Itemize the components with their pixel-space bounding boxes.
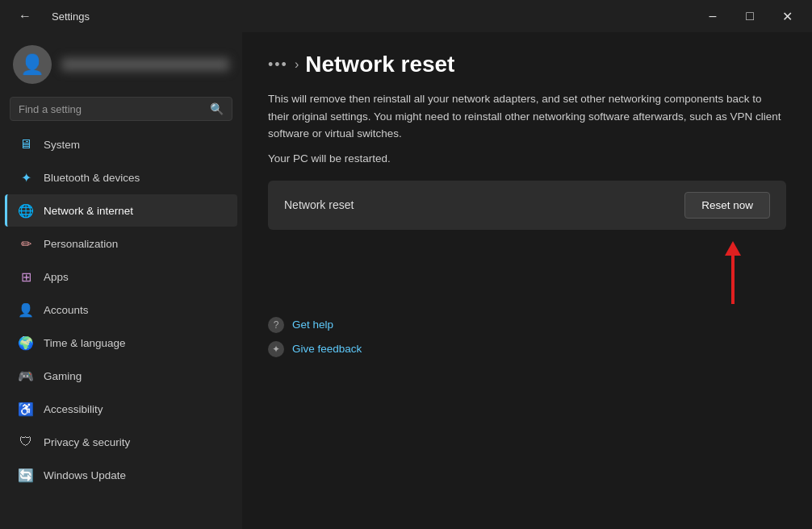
accounts-icon: 👤 bbox=[18, 302, 34, 318]
sidebar-item-label: Accounts bbox=[44, 304, 89, 316]
sidebar-item-label: Windows Update bbox=[44, 469, 126, 481]
reset-card: Network reset Reset now bbox=[268, 181, 786, 230]
minimize-button[interactable]: – bbox=[694, 0, 731, 32]
sidebar-item-time[interactable]: 🌍 Time & language bbox=[5, 327, 237, 359]
system-icon: 🖥 bbox=[18, 136, 34, 152]
privacy-icon: 🛡 bbox=[18, 434, 34, 450]
profile-name bbox=[61, 58, 229, 71]
description-text: This will remove then reinstall all your… bbox=[268, 90, 785, 143]
sidebar-item-label: Apps bbox=[44, 271, 69, 283]
red-arrow bbox=[725, 241, 741, 304]
sidebar-item-network[interactable]: 🌐 Network & internet bbox=[5, 194, 237, 227]
personalization-icon: ✏ bbox=[18, 235, 34, 252]
apps-icon: ⊞ bbox=[18, 269, 34, 285]
give-feedback-label: Give feedback bbox=[292, 343, 362, 355]
give-feedback-icon: ✦ bbox=[268, 341, 284, 357]
sidebar-item-label: Privacy & security bbox=[44, 436, 130, 448]
restart-note: Your PC will be restarted. bbox=[268, 152, 786, 165]
avatar: 👤 bbox=[13, 45, 52, 84]
help-links: ? Get help ✦ Give feedback bbox=[268, 317, 786, 357]
sidebar-item-accounts[interactable]: 👤 Accounts bbox=[5, 294, 237, 326]
sidebar-item-label: Time & language bbox=[44, 337, 126, 349]
sidebar-item-label: Bluetooth & devices bbox=[44, 172, 140, 184]
network-icon: 🌐 bbox=[18, 202, 34, 219]
windows-update-icon: 🔄 bbox=[18, 467, 34, 483]
titlebar-left: ← Settings bbox=[6, 0, 90, 32]
sidebar-item-bluetooth[interactable]: ✦ Bluetooth & devices bbox=[5, 161, 237, 194]
app-title: Settings bbox=[52, 10, 90, 23]
close-button[interactable]: ✕ bbox=[768, 0, 806, 32]
titlebar-controls: – □ ✕ bbox=[694, 0, 806, 32]
arrow-annotation bbox=[268, 241, 786, 304]
titlebar: ← Settings – □ ✕ bbox=[0, 0, 812, 32]
app-body: 👤 🔍 🖥 System ✦ Bluetooth & devices bbox=[0, 32, 812, 529]
arrow-head bbox=[725, 241, 741, 256]
search-icon: 🔍 bbox=[210, 102, 224, 115]
sidebar-item-personalization[interactable]: ✏ Personalization bbox=[5, 227, 237, 260]
search-input[interactable] bbox=[19, 103, 203, 115]
sidebar-item-label: Network & internet bbox=[44, 205, 133, 217]
nav-menu: 🖥 System ✦ Bluetooth & devices 🌐 Network… bbox=[0, 127, 242, 492]
get-help-icon: ? bbox=[268, 317, 284, 333]
page-title: Network reset bbox=[305, 52, 454, 77]
arrow-line bbox=[731, 256, 735, 304]
search-container: 🔍 bbox=[0, 94, 242, 127]
search-box[interactable]: 🔍 bbox=[10, 97, 232, 121]
maximize-button[interactable]: □ bbox=[731, 0, 768, 32]
sidebar-item-label: Personalization bbox=[44, 238, 118, 250]
breadcrumb-arrow: › bbox=[295, 57, 299, 72]
profile-area[interactable]: 👤 bbox=[0, 32, 242, 94]
get-help-label: Get help bbox=[292, 319, 333, 331]
sidebar-item-label: System bbox=[44, 139, 80, 151]
breadcrumb-dots[interactable]: ••• bbox=[268, 56, 288, 73]
sidebar-item-system[interactable]: 🖥 System bbox=[5, 128, 237, 160]
sidebar-item-label: Accessibility bbox=[44, 403, 103, 415]
sidebar-item-gaming[interactable]: 🎮 Gaming bbox=[5, 360, 237, 392]
sidebar-item-label: Gaming bbox=[44, 370, 82, 382]
breadcrumb: ••• › Network reset bbox=[268, 52, 786, 77]
reset-now-button[interactable]: Reset now bbox=[684, 192, 770, 219]
sidebar-item-apps[interactable]: ⊞ Apps bbox=[5, 260, 237, 293]
back-button[interactable]: ← bbox=[6, 0, 44, 32]
bluetooth-icon: ✦ bbox=[18, 169, 34, 185]
sidebar-item-privacy[interactable]: 🛡 Privacy & security bbox=[5, 426, 237, 458]
sidebar-item-accessibility[interactable]: ♿ Accessibility bbox=[5, 393, 237, 425]
gaming-icon: 🎮 bbox=[18, 368, 34, 384]
sidebar: 👤 🔍 🖥 System ✦ Bluetooth & devices bbox=[0, 32, 242, 529]
main-content: ••• › Network reset This will remove the… bbox=[242, 32, 812, 529]
give-feedback-link[interactable]: ✦ Give feedback bbox=[268, 341, 786, 357]
get-help-link[interactable]: ? Get help bbox=[268, 317, 786, 333]
accessibility-icon: ♿ bbox=[18, 401, 34, 417]
time-icon: 🌍 bbox=[18, 335, 34, 351]
user-icon: 👤 bbox=[20, 53, 44, 76]
reset-card-label: Network reset bbox=[284, 198, 354, 211]
sidebar-item-windows-update[interactable]: 🔄 Windows Update bbox=[5, 459, 237, 491]
